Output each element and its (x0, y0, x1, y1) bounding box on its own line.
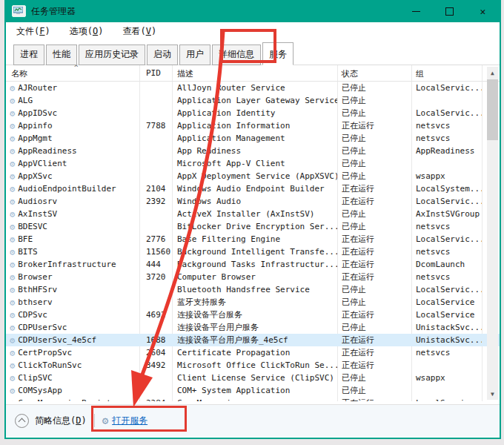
close-button[interactable]: ✕ (466, 0, 500, 22)
service-name: ClipSVC (18, 373, 52, 383)
task-manager-window: 任务管理器 ✕ 文件(F)选项(O)查看(V) 进程性能应用历史记录启动用户详细… (4, 0, 501, 439)
service-gear-icon: ⚙ (10, 147, 15, 156)
service-group: AxInstSVGroup (411, 209, 482, 219)
table-row[interactable]: ⚙BthHFSrv Bluetooth Handsfree Service 已停… (6, 283, 500, 296)
table-row[interactable]: ⚙AppMgmt Application Management 已停止 nets… (6, 132, 500, 145)
tab-应用历史记录[interactable]: 应用历史记录 (79, 44, 145, 65)
service-pid: 7788 (139, 121, 172, 131)
service-description: Application Layer Gateway Service (172, 96, 337, 105)
fewer-details-button[interactable] (15, 414, 29, 428)
column-header-desc[interactable]: 描述 (177, 68, 193, 79)
service-description: 连接设备平台用户服务_4e5cf (172, 334, 337, 346)
service-description: Windows Audio Endpoint Builder (172, 184, 337, 194)
maximize-button[interactable] (433, 0, 466, 22)
table-row[interactable]: ⚙Appinfo 7788 Application Information 正在… (6, 119, 500, 132)
service-group: wsappx (411, 373, 482, 383)
service-status: 已停止 (337, 221, 411, 232)
service-status: 正在运行 (337, 259, 411, 270)
service-group: netsvcs (411, 348, 482, 357)
maximize-icon (445, 7, 454, 16)
service-status: 已停止 (337, 322, 411, 333)
service-group: netsvcs (411, 272, 482, 282)
table-row[interactable]: ⚙CDPSvc 4692 连接设备平台服务 正在运行 LocalService (6, 309, 500, 321)
table-row[interactable]: ⚙BDESVC BitLocker Drive Encryption Ser..… (6, 220, 500, 233)
service-name: Appinfo (18, 121, 52, 131)
service-name: COMSysApp (18, 386, 62, 395)
scroll-down-icon[interactable]: ▼ (487, 388, 498, 400)
service-description: Base Filtering Engine (172, 234, 337, 244)
service-description: AllJoyn Router Service (172, 83, 337, 93)
tab-进程[interactable]: 进程 (13, 44, 44, 65)
service-group: UnistackSvc... (411, 335, 482, 345)
table-row[interactable]: ⚙AppVClient Microsoft App-V Client 已停止 (6, 157, 500, 170)
scroll-up-icon[interactable]: ▲ (487, 67, 498, 79)
service-gear-icon: ⚙ (10, 197, 15, 206)
service-name: AppXSvc (18, 171, 52, 181)
service-gear-icon: ⚙ (10, 374, 15, 383)
table-row[interactable]: ⚙COMSysApp COM+ System Application 已停止 (6, 384, 500, 397)
service-gear-icon: ⚙ (10, 159, 15, 168)
table-row[interactable]: ⚙CDPUserSvc 连接设备平台用户服务 已停止 UnistackSvc..… (6, 321, 500, 334)
service-rows: ⚙AJRouter AllJoyn Router Service 已停止 Loc… (6, 82, 500, 401)
service-name: CertPropSvc (18, 348, 72, 357)
footer-divider (94, 414, 95, 427)
tab-性能[interactable]: 性能 (46, 44, 77, 65)
service-status: 正在运行 (337, 246, 411, 257)
services-table: ^ 名称 PID 描述 状态 组 ⚙AJRouter AllJoyn Route… (6, 65, 500, 401)
service-description: 连接设备平台用户服务 (172, 322, 337, 333)
table-row[interactable]: ⚙ClipSVC Client License Service (ClipSVC… (6, 372, 500, 384)
table-row[interactable]: ⚙AJRouter AllJoyn Router Service 已停止 Loc… (6, 82, 500, 94)
table-row[interactable]: ⚙Audiosrv 2392 Windows Audio 正在运行 LocalS… (6, 195, 500, 208)
tab-详细信息[interactable]: 详细信息 (212, 44, 261, 65)
services-gear-icon: ⚙ (102, 415, 108, 426)
service-status: 正在运行 (337, 196, 411, 207)
service-pid: 2104 (139, 184, 172, 194)
table-row[interactable]: ⚙BFE 2776 Base Filtering Engine 正在运行 Loc… (6, 233, 500, 245)
table-row[interactable]: ⚙AppIDSvc Application Identity 已停止 Local… (6, 107, 500, 119)
service-gear-icon: ⚙ (10, 260, 15, 269)
menu-item[interactable]: 选项(O) (70, 25, 104, 38)
table-row[interactable]: ⚙CDPUserSvc_4e5cf 1688 连接设备平台用户服务_4e5cf … (6, 334, 500, 346)
table-row[interactable]: ⚙CoreMessagingRegistrar 2284 CoreMessagi… (6, 397, 500, 401)
vertical-scrollbar[interactable]: ▲ ▼ (487, 67, 498, 400)
table-row[interactable]: ⚙AppXSvc AppX Deployment Service (AppXSV… (6, 170, 500, 182)
table-row[interactable]: ⚙Browser 3720 Computer Browser 正在运行 nets… (6, 271, 500, 283)
service-status: 已停止 (337, 158, 411, 169)
menu-item[interactable]: 查看(V) (122, 25, 156, 38)
table-row[interactable]: ⚙AxInstSV ActiveX Installer (AxInstSV) 已… (6, 208, 500, 220)
tab-启动[interactable]: 启动 (147, 44, 178, 65)
open-services-link[interactable]: 打开服务 (112, 415, 147, 427)
table-row[interactable]: ⚙BITS 11560 Background Intelligent Trans… (6, 245, 500, 258)
service-group: AppReadiness (411, 146, 482, 156)
table-row[interactable]: ⚙ALG Application Layer Gateway Service 已… (6, 94, 500, 107)
table-row[interactable]: ⚙ClickToRunSvc 3492 Microsoft Office Cli… (6, 359, 500, 372)
table-row[interactable]: ⚙AppReadiness App Readiness 已停止 AppReadi… (6, 145, 500, 157)
table-row[interactable]: ⚙AudioEndpointBuilder 2104 Windows Audio… (6, 182, 500, 195)
service-status: 正在运行 (337, 120, 411, 131)
service-name: CDPUserSvc (18, 323, 67, 332)
tab-用户[interactable]: 用户 (179, 44, 210, 65)
table-row[interactable]: ⚙CertPropSvc 2604 Certificate Propagatio… (6, 346, 500, 359)
service-group: UnistackSvc... (411, 323, 482, 332)
service-status: 已停止 (337, 145, 411, 156)
tab-服务[interactable]: 服务 (262, 42, 294, 65)
service-status: 正在运行 (337, 360, 411, 371)
scrollbar-thumb[interactable] (487, 79, 498, 140)
service-description: ActiveX Installer (AxInstSV) (172, 209, 337, 219)
service-gear-icon: ⚙ (10, 336, 15, 345)
service-name: bthserv (18, 297, 52, 307)
service-gear-icon: ⚙ (10, 84, 15, 93)
service-status: 正在运行 (337, 183, 411, 194)
service-name: CDPUserSvc_4e5cf (18, 335, 96, 345)
menu-item[interactable]: 文件(F) (16, 25, 50, 38)
minimize-button[interactable] (399, 0, 433, 22)
column-header-name[interactable]: 名称 (11, 68, 27, 79)
column-header-pid[interactable]: PID (146, 68, 161, 78)
column-header-status[interactable]: 状态 (342, 68, 358, 79)
table-row[interactable]: ⚙BrokerInfrastructure 444 Background Tas… (6, 258, 500, 271)
service-pid: 2776 (139, 234, 172, 244)
service-pid: 2284 (139, 398, 172, 401)
table-row[interactable]: ⚙bthserv 蓝牙支持服务 已停止 LocalService (6, 296, 500, 309)
column-header-group[interactable]: 组 (416, 68, 424, 79)
service-description: Bluetooth Handsfree Service (172, 285, 337, 294)
